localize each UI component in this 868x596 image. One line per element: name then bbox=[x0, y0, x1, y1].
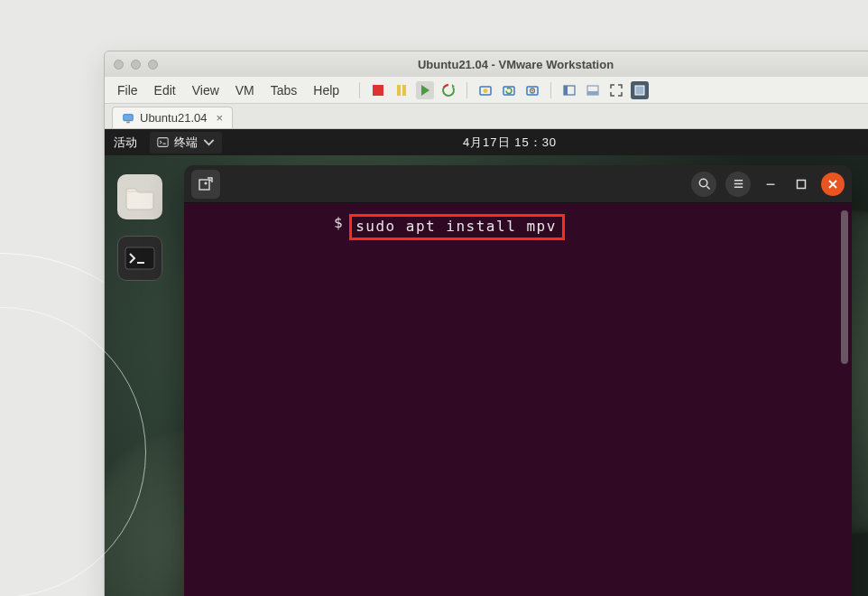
maximize-icon bbox=[796, 179, 807, 190]
monitor-icon bbox=[122, 112, 134, 125]
traffic-minimize-icon[interactable] bbox=[131, 60, 141, 70]
svg-rect-15 bbox=[635, 86, 644, 95]
terminal-command-text: sudo apt install mpv bbox=[356, 218, 557, 235]
terminal-command-highlight: sudo apt install mpv bbox=[349, 214, 565, 240]
vmware-window: Ubuntu21.04 - VMware Workstation File Ed… bbox=[104, 51, 868, 596]
terminal-prompt-line: $ sudo apt install mpv bbox=[195, 214, 841, 240]
svg-point-10 bbox=[531, 89, 533, 91]
svg-rect-22 bbox=[798, 180, 806, 188]
traffic-zoom-icon[interactable] bbox=[148, 60, 158, 70]
terminal-icon bbox=[157, 136, 169, 148]
snapshot-manager-icon[interactable] bbox=[523, 81, 541, 99]
pause-icon[interactable] bbox=[392, 81, 411, 99]
svg-rect-1 bbox=[397, 85, 401, 96]
dock-item-terminal[interactable] bbox=[117, 236, 162, 281]
terminal-search-button[interactable] bbox=[691, 172, 716, 197]
side-panel-icon[interactable] bbox=[560, 81, 578, 99]
svg-rect-12 bbox=[564, 86, 568, 95]
dash-dock bbox=[112, 169, 171, 286]
vm-tab-ubuntu[interactable]: Ubuntu21.04 × bbox=[112, 107, 233, 128]
svg-rect-17 bbox=[126, 121, 130, 123]
svg-rect-2 bbox=[402, 85, 406, 96]
fullscreen-icon[interactable] bbox=[607, 81, 625, 99]
window-controls bbox=[114, 60, 158, 70]
svg-marker-4 bbox=[452, 84, 455, 88]
terminal-close-button[interactable] bbox=[821, 172, 845, 196]
svg-rect-20 bbox=[199, 180, 209, 190]
close-icon bbox=[827, 179, 838, 190]
app-indicator[interactable]: 终端 bbox=[150, 132, 222, 154]
menu-vm[interactable]: VM bbox=[228, 79, 262, 101]
menu-tabs[interactable]: Tabs bbox=[263, 79, 305, 101]
svg-rect-0 bbox=[373, 85, 383, 96]
traffic-close-icon[interactable] bbox=[114, 60, 124, 70]
folder-icon bbox=[125, 183, 155, 210]
vmware-tabstrip: Ubuntu21.04 × bbox=[105, 104, 868, 129]
vm-viewport: 活动 终端 4月17日 15：30 英 bbox=[105, 129, 868, 596]
gnome-topbar: 活动 终端 4月17日 15：30 英 bbox=[105, 129, 868, 155]
menu-help[interactable]: Help bbox=[306, 79, 346, 101]
menu-view[interactable]: View bbox=[185, 79, 226, 101]
terminal-icon bbox=[125, 247, 155, 270]
terminal-scrollbar[interactable] bbox=[841, 210, 848, 364]
terminal-headerbar[interactable]: − bbox=[184, 165, 852, 203]
chevron-down-icon bbox=[203, 136, 215, 148]
activities-button[interactable]: 活动 bbox=[114, 135, 137, 151]
vm-tab-close[interactable]: × bbox=[216, 111, 223, 125]
clock[interactable]: 4月17日 15：30 bbox=[463, 135, 557, 151]
vmware-toolbar bbox=[356, 81, 649, 99]
svg-rect-14 bbox=[587, 91, 598, 95]
terminal-body[interactable]: $ sudo apt install mpv bbox=[184, 203, 852, 596]
terminal-prompt-symbol: $ bbox=[334, 214, 344, 231]
vm-tab-label: Ubuntu21.04 bbox=[140, 111, 207, 125]
dock-item-files[interactable] bbox=[117, 174, 162, 219]
svg-rect-18 bbox=[158, 138, 168, 147]
unity-mode-icon[interactable] bbox=[631, 81, 649, 99]
menu-edit[interactable]: Edit bbox=[147, 79, 183, 101]
svg-rect-16 bbox=[124, 114, 134, 120]
terminal-menu-button[interactable] bbox=[725, 172, 751, 197]
svg-point-21 bbox=[699, 179, 706, 186]
menu-file[interactable]: File bbox=[110, 79, 145, 101]
svg-marker-3 bbox=[421, 85, 429, 96]
search-icon bbox=[697, 177, 711, 191]
svg-point-6 bbox=[484, 88, 488, 93]
hamburger-icon bbox=[732, 177, 745, 191]
new-tab-button[interactable] bbox=[191, 170, 220, 199]
app-indicator-label: 终端 bbox=[174, 135, 198, 151]
terminal-maximize-button[interactable] bbox=[790, 173, 812, 195]
play-icon[interactable] bbox=[416, 81, 434, 99]
vmware-menubar: File Edit View VM Tabs Help bbox=[105, 77, 868, 104]
vmware-title: Ubuntu21.04 - VMware Workstation bbox=[171, 58, 861, 71]
vmware-titlebar[interactable]: Ubuntu21.04 - VMware Workstation bbox=[105, 51, 868, 77]
restart-icon[interactable] bbox=[439, 81, 457, 99]
svg-rect-19 bbox=[125, 247, 154, 269]
terminal-minimize-button[interactable]: − bbox=[760, 173, 781, 195]
snapshot-revert-icon[interactable] bbox=[500, 81, 518, 99]
snapshot-icon[interactable] bbox=[476, 81, 494, 99]
gnome-terminal-window: − $ sudo apt install mpv bbox=[184, 165, 852, 596]
power-off-icon[interactable] bbox=[369, 81, 387, 99]
bottom-panel-icon[interactable] bbox=[584, 81, 602, 99]
new-tab-icon bbox=[198, 176, 214, 192]
